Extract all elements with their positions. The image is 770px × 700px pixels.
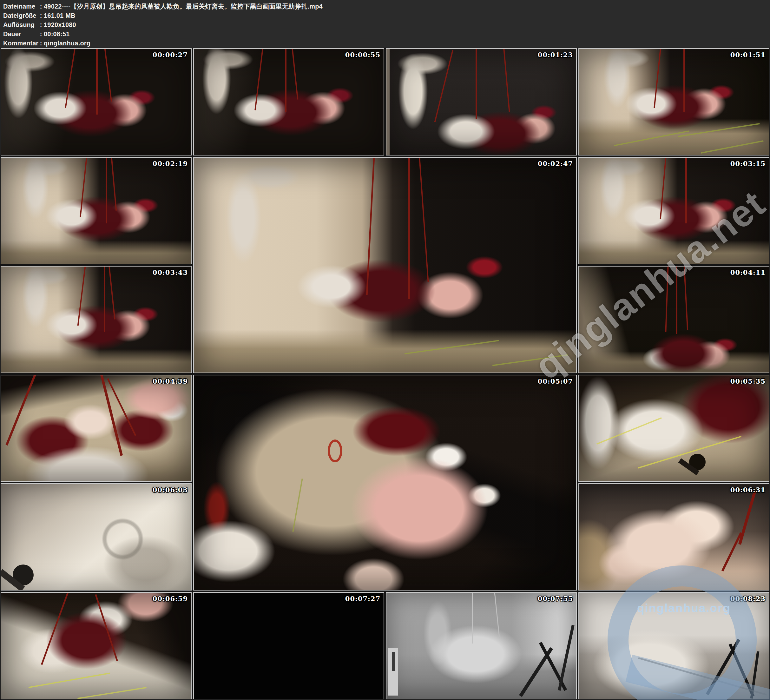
filename-value: 49022----【汐月原创】悬吊起来的风堇被人欺负。最后关灯离去。监控下黑白画… [44,3,323,10]
file-info-row: Dateiname:49022----【汐月原创】悬吊起来的风堇被人欺负。最后关… [3,2,770,11]
field-label: Dauer [3,29,38,39]
resolution-value: 1920x1080 [44,21,76,28]
video-thumbnail: 00:00:27 [1,48,192,156]
video-thumbnail-large: 00:02:47 [193,157,577,373]
video-thumbnail-dark: 00:07:27 [193,592,384,699]
field-separator: : [38,39,44,48]
rope-shape [685,158,687,224]
rope-coil-shape [328,439,342,462]
comment-value: qinglanhua.org [44,40,91,47]
video-thumbnail: 00:01:23 [386,48,577,156]
file-info-row: Dauer:00:08:51 [3,29,770,39]
timestamp-overlay: 00:01:51 [730,51,765,59]
video-thumbnail: 00:01:51 [578,48,769,156]
video-thumbnail: 00:06:03 [1,483,192,590]
field-separator: : [38,11,44,20]
rope-shape [292,49,299,100]
video-thumbnail-grayscale: 00:08:23 [578,592,769,699]
timestamp-overlay: 00:04:39 [153,377,188,385]
field-separator: : [38,29,44,39]
rope-shape [434,50,453,122]
rope-shape [79,158,87,217]
rope-shape [96,49,98,115]
floor-tape-line [613,131,689,147]
floor-line-shape [638,657,767,695]
light-stand-shape [387,49,390,155]
light-stand-shape [392,652,395,671]
field-separator: : [38,20,44,29]
rope-shape [111,158,117,211]
rope-shape [255,49,264,110]
rope-shape [5,375,37,446]
file-info-row: Dateigröße:161.01 MB [3,11,770,20]
rope-shape [285,49,286,112]
rope-shape [419,158,429,282]
duration-value: 00:08:51 [44,31,70,37]
field-label: Dateiname [3,2,38,11]
floor-tape-line [28,672,110,688]
rope-shape [106,158,107,224]
field-separator: : [38,2,44,11]
timestamp-overlay: 00:06:03 [153,486,188,494]
rope-shape [41,592,69,665]
video-thumbnail: 00:05:35 [578,375,769,482]
rope-shape [108,267,115,319]
rope-shape [676,267,677,334]
rope-shape [684,267,688,330]
timestamp-overlay: 00:07:27 [345,595,380,603]
rope-shape [494,593,500,637]
rope-shape [408,158,410,300]
rope-shape [95,594,118,661]
video-thumbnail-large: 00:05:07 [193,375,577,591]
timestamp-overlay: 00:01:23 [538,51,573,59]
filesize-value: 161.01 MB [44,12,76,19]
rope-shape [366,158,375,295]
timestamp-overlay: 00:05:07 [538,377,573,385]
rope-shape [104,49,112,102]
rope-shape [503,49,510,112]
timestamp-overlay: 00:00:55 [345,51,380,59]
video-thumbnail-grayscale: 00:07:55 [386,592,577,699]
floor-tape-line [404,340,499,355]
file-info-row: Kommentar:qinglanhua.org [3,39,770,48]
timestamp-overlay: 00:06:31 [730,486,765,494]
timestamp-overlay: 00:02:47 [538,160,573,167]
video-thumbnail: 00:06:59 [1,592,192,699]
tripod-shape [558,625,574,691]
floor-tape-line [78,687,147,699]
rope-shape [660,158,666,219]
timestamp-overlay: 00:04:11 [730,269,765,276]
rope-shape [65,49,76,108]
contact-sheet: Dateiname:49022----【汐月原创】悬吊起来的风堇被人欺负。最后关… [0,0,770,700]
video-thumbnail: 00:06:31 [578,483,769,590]
video-thumbnail: 00:00:55 [193,48,384,156]
rope-shape [665,267,668,332]
floor-tape-line [678,123,760,137]
timestamp-overlay: 00:07:55 [538,595,573,603]
timestamp-overlay: 00:06:59 [153,595,188,603]
timestamp-overlay: 00:03:43 [153,269,188,276]
timestamp-overlay: 00:08:23 [730,595,765,603]
thumbnail-grid: 00:00:27 00:00:55 00:01:23 00:01:51 [0,48,770,700]
video-thumbnail: 00:03:43 [1,266,192,373]
rope-shape [107,378,136,436]
timestamp-overlay: 00:02:19 [153,160,188,167]
video-thumbnail: 00:04:11 [578,266,769,373]
timestamp-overlay: 00:00:27 [153,51,188,59]
timestamp-overlay: 00:03:15 [730,160,765,167]
floor-tape-line [492,354,568,366]
video-thumbnail: 00:02:19 [1,157,192,264]
rope-shape [721,532,742,571]
file-info-header: Dateiname:49022----【汐月原创】悬吊起来的风堇被人欺负。最后关… [0,0,770,48]
video-thumbnail: 00:04:39 [1,375,192,482]
rope-shape [476,49,477,119]
floor-tape-line [701,140,764,154]
floor-tape-line [293,478,303,532]
timestamp-overlay: 00:05:35 [730,377,765,385]
rope-shape [78,267,86,326]
field-label: Kommentar [3,39,38,48]
file-info-row: AuflösungAuflösung:1920x1080 [3,20,770,29]
field-label: Dateigröße [3,11,38,20]
tripod-shape [729,643,754,697]
rope-shape [683,49,685,112]
